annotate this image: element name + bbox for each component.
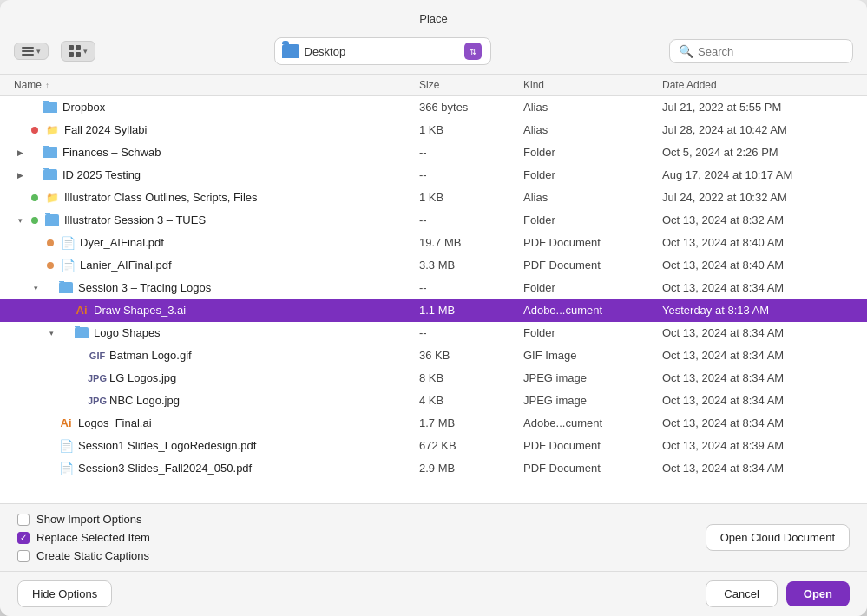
- table-row[interactable]: ▾ Logo Shapes -- Folder Oct 13, 2024 at …: [0, 322, 867, 344]
- table-row[interactable]: 📄 Session3 Slides_Fall2024_050.pdf 2.9 M…: [0, 457, 867, 480]
- table-row[interactable]: 📄 Session1 Slides_LogoRedesign.pdf 672 K…: [0, 435, 867, 457]
- file-date: Oct 13, 2024 at 8:34 AM: [662, 281, 853, 294]
- dialog-title: Place: [0, 0, 867, 32]
- file-type-icon: [43, 146, 57, 160]
- show-import-label: Show Import Options: [36, 513, 141, 526]
- file-size: 1.1 MB: [419, 304, 523, 317]
- file-type-icon: Ai: [59, 416, 73, 430]
- show-import-checkbox[interactable]: [17, 514, 30, 526]
- file-name: Batman Logo.gif: [109, 349, 192, 362]
- file-type-icon: 📁: [45, 191, 59, 205]
- search-input[interactable]: [698, 45, 844, 58]
- location-label: Desktop: [305, 45, 459, 58]
- disclosure-icon[interactable]: ▾: [14, 214, 26, 226]
- file-kind: Adobe...cument: [523, 416, 662, 429]
- file-kind: Folder: [523, 168, 662, 181]
- file-name-cell: ▶ ID 2025 Testing: [14, 168, 419, 182]
- table-row[interactable]: ▾ Illustrator Session 3 – TUES -- Folder…: [0, 209, 867, 232]
- footer: Hide Options Cancel Open: [0, 571, 867, 616]
- replace-selected-row[interactable]: ✓ Replace Selected Item: [17, 531, 688, 544]
- replace-selected-checkbox[interactable]: ✓: [17, 532, 30, 544]
- open-cloud-button[interactable]: Open Cloud Document: [706, 524, 850, 551]
- table-row[interactable]: ▾ Session 3 – Tracing Logos -- Folder Oc…: [0, 277, 867, 299]
- cancel-button[interactable]: Cancel: [706, 580, 777, 607]
- disclosure-icon[interactable]: ▶: [14, 147, 26, 159]
- show-import-row[interactable]: Show Import Options: [17, 513, 688, 526]
- file-kind: Folder: [523, 146, 662, 159]
- table-row[interactable]: JPG LG Logos.jpg 8 KB JPEG image Oct 13,…: [0, 367, 867, 390]
- table-row[interactable]: GIF Batman Logo.gif 36 KB GIF Image Oct …: [0, 344, 867, 367]
- table-row[interactable]: 📁 Illustrator Class Outlines, Scripts, F…: [0, 187, 867, 209]
- grid-view-button[interactable]: ▾: [61, 41, 95, 62]
- alias-icon: 📁: [46, 192, 59, 204]
- date-column-header[interactable]: Date Added: [662, 79, 853, 91]
- file-size: --: [419, 213, 523, 226]
- file-name: Logo Shapes: [94, 326, 161, 339]
- sort-arrow-icon: ↑: [45, 81, 49, 90]
- file-name-cell: 📄 Dyer_AIFinal.pdf: [14, 236, 419, 250]
- file-name: Logos_Final.ai: [78, 416, 152, 429]
- file-name-cell: ▾ Session 3 – Tracing Logos: [14, 281, 419, 295]
- table-row[interactable]: 📄 Dyer_AIFinal.pdf 19.7 MB PDF Document …: [0, 232, 867, 254]
- file-date: Oct 13, 2024 at 8:40 AM: [662, 236, 853, 249]
- pdf-icon: 📄: [61, 259, 76, 272]
- file-name: Lanier_AIFinal.pdf: [80, 259, 172, 272]
- file-name-cell: JPG NBC Logo.jpg: [14, 394, 419, 408]
- file-date: Oct 13, 2024 at 8:34 AM: [662, 394, 853, 407]
- create-static-row[interactable]: Create Static Captions: [17, 549, 688, 562]
- file-name-cell: 📄 Session1 Slides_LogoRedesign.pdf: [14, 439, 419, 453]
- create-static-checkbox[interactable]: [17, 550, 30, 562]
- table-row[interactable]: Dropbox 366 bytes Alias Jul 21, 2022 at …: [0, 96, 867, 119]
- file-size: --: [419, 281, 523, 294]
- replace-selected-label: Replace Selected Item: [36, 531, 150, 544]
- file-name: Draw Shapes_3.ai: [94, 304, 186, 317]
- file-date: Oct 13, 2024 at 8:34 AM: [662, 416, 853, 429]
- chevron-down-icon: ▾: [83, 47, 88, 56]
- file-date: Yesterday at 8:13 AM: [662, 304, 853, 317]
- open-button[interactable]: Open: [786, 581, 850, 606]
- file-kind: PDF Document: [523, 462, 662, 475]
- table-row[interactable]: 📄 Lanier_AIFinal.pdf 3.3 MB PDF Document…: [0, 254, 867, 277]
- file-name: LG Logos.jpg: [109, 371, 176, 384]
- file-name-cell: 📁 Illustrator Class Outlines, Scripts, F…: [14, 191, 419, 205]
- table-row[interactable]: ▶ ID 2025 Testing -- Folder Aug 17, 2024…: [0, 164, 867, 187]
- disclosure-icon[interactable]: ▾: [30, 282, 42, 294]
- file-name-cell: Dropbox: [14, 101, 419, 115]
- search-bar[interactable]: 🔍: [669, 39, 853, 63]
- file-name-cell: 📁 Fall 2024 Syllabi: [14, 123, 419, 137]
- table-row[interactable]: Ai Logos_Final.ai 1.7 MB Adobe...cument …: [0, 412, 867, 435]
- file-size: 366 bytes: [419, 101, 523, 114]
- kind-column-header[interactable]: Kind: [523, 79, 662, 91]
- file-kind: GIF Image: [523, 349, 662, 362]
- file-kind: Folder: [523, 213, 662, 226]
- file-kind: Alias: [523, 123, 662, 136]
- file-kind: Folder: [523, 281, 662, 294]
- file-type-icon: [43, 168, 57, 182]
- folder-icon: [75, 327, 89, 338]
- file-date: Jul 21, 2022 at 5:55 PM: [662, 101, 853, 114]
- file-size: 672 KB: [419, 439, 523, 452]
- location-bar: Desktop ⇅: [104, 37, 660, 65]
- size-column-header[interactable]: Size: [419, 79, 523, 91]
- location-selector[interactable]: Desktop ⇅: [274, 37, 491, 65]
- disclosure-icon[interactable]: ▶: [14, 169, 26, 181]
- file-size: --: [419, 168, 523, 181]
- list-view-button[interactable]: ▾: [14, 43, 49, 60]
- file-type-icon: 📄: [59, 439, 73, 453]
- table-row[interactable]: ▶ Finances – Schwab -- Folder Oct 5, 202…: [0, 141, 867, 164]
- file-name: Illustrator Class Outlines, Scripts, Fil…: [64, 191, 258, 204]
- file-type-icon: [75, 326, 89, 340]
- file-kind: Alias: [523, 101, 662, 114]
- file-size: 1.7 MB: [419, 416, 523, 429]
- file-name: Illustrator Session 3 – TUES: [64, 213, 206, 226]
- table-row[interactable]: JPG NBC Logo.jpg 4 KB JPEG image Oct 13,…: [0, 390, 867, 412]
- file-size: 19.7 MB: [419, 236, 523, 249]
- table-row[interactable]: Ai Draw Shapes_3.ai 1.1 MB Adobe...cumen…: [0, 299, 867, 322]
- hide-options-button[interactable]: Hide Options: [17, 580, 112, 607]
- location-arrows-icon: ⇅: [464, 43, 482, 60]
- file-name: Fall 2024 Syllabi: [64, 123, 147, 136]
- table-row[interactable]: 📁 Fall 2024 Syllabi 1 KB Alias Jul 28, 2…: [0, 119, 867, 141]
- name-column-header[interactable]: Name ↑: [14, 79, 419, 91]
- disclosure-icon[interactable]: ▾: [45, 327, 57, 339]
- file-size: 1 KB: [419, 123, 523, 136]
